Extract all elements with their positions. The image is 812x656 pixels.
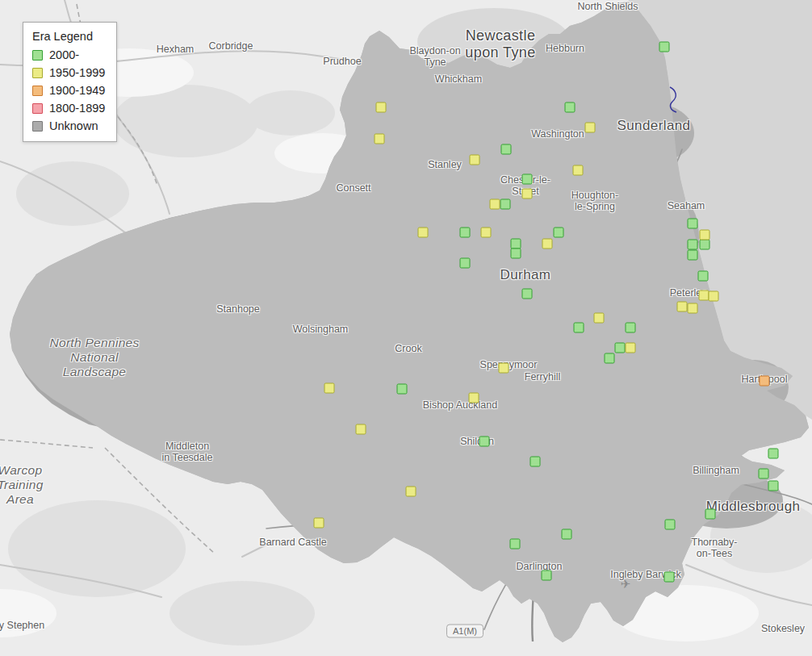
- site-marker-era2000[interactable]: [522, 289, 533, 299]
- site-marker-era2000[interactable]: [759, 469, 769, 479]
- site-marker-era2000[interactable]: [479, 437, 490, 447]
- site-marker-era2000[interactable]: [460, 228, 471, 238]
- site-marker-era1950[interactable]: [688, 303, 698, 314]
- site-marker-era1950[interactable]: [499, 363, 509, 374]
- map-canvas[interactable]: North ShieldsNewcastle upon TyneHexhamCo…: [0, 0, 812, 656]
- legend-label: 1900-1949: [49, 84, 105, 97]
- site-marker-era2000[interactable]: [615, 343, 626, 353]
- site-marker-era2000[interactable]: [688, 219, 698, 229]
- legend-item-era1900: 1900-1949: [32, 84, 105, 97]
- site-marker-era1900[interactable]: [760, 376, 770, 386]
- site-marker-era1950[interactable]: [677, 302, 688, 312]
- site-marker-era2000[interactable]: [500, 199, 511, 210]
- base-map-tiles: [0, 0, 812, 656]
- site-marker-era2000[interactable]: [705, 509, 716, 520]
- site-marker-era2000[interactable]: [501, 144, 512, 155]
- site-marker-era2000[interactable]: [768, 481, 779, 491]
- site-marker-era1950[interactable]: [490, 199, 500, 210]
- era1900-swatch-icon: [32, 86, 43, 96]
- legend-title: Era Legend: [32, 30, 105, 43]
- site-marker-era2000[interactable]: [530, 457, 541, 467]
- legend-item-era1800: 1800-1899: [32, 102, 105, 115]
- site-marker-era2000[interactable]: [605, 353, 615, 364]
- era1800-swatch-icon: [32, 103, 43, 114]
- legend-items: 2000-1950-19991900-19491800-1899Unknown: [32, 48, 105, 132]
- site-marker-era2000[interactable]: [562, 529, 572, 540]
- legend-label: 1950-1999: [49, 66, 105, 79]
- site-marker-era2000[interactable]: [698, 271, 709, 282]
- site-marker-era2000[interactable]: [510, 539, 521, 549]
- site-marker-era2000[interactable]: [659, 42, 670, 52]
- site-marker-era1950[interactable]: [700, 230, 710, 240]
- site-marker-era1950[interactable]: [314, 518, 324, 529]
- site-marker-era2000[interactable]: [574, 323, 584, 333]
- unknown-swatch-icon: [32, 121, 43, 132]
- era2000-swatch-icon: [32, 50, 43, 61]
- site-marker-era2000[interactable]: [664, 572, 675, 583]
- site-marker-era1950[interactable]: [375, 134, 385, 144]
- site-marker-era1950[interactable]: [573, 165, 584, 176]
- legend-item-era1950: 1950-1999: [32, 66, 105, 79]
- site-marker-era1950[interactable]: [469, 393, 479, 403]
- legend-label: Unknown: [49, 119, 98, 132]
- era1950-swatch-icon: [32, 68, 43, 78]
- site-marker-era1950[interactable]: [522, 189, 533, 199]
- site-marker-era2000[interactable]: [565, 102, 576, 113]
- site-marker-era2000[interactable]: [522, 174, 533, 185]
- site-marker-era1950[interactable]: [406, 487, 416, 497]
- site-marker-era2000[interactable]: [700, 240, 710, 250]
- site-marker-era1950[interactable]: [542, 239, 553, 249]
- site-marker-era2000[interactable]: [460, 258, 471, 269]
- site-marker-era1950[interactable]: [585, 123, 596, 133]
- site-marker-era2000[interactable]: [626, 323, 636, 333]
- legend-label: 2000-: [49, 48, 79, 61]
- site-marker-era1950[interactable]: [481, 228, 492, 238]
- road-badge-a1m: A1(M): [446, 625, 483, 638]
- site-marker-era2000[interactable]: [511, 249, 521, 259]
- legend-item-unknown: Unknown: [32, 119, 105, 132]
- site-marker-era1950[interactable]: [594, 313, 605, 324]
- site-marker-era1950[interactable]: [626, 343, 636, 353]
- site-marker-era2000[interactable]: [768, 449, 779, 459]
- site-marker-era2000[interactable]: [665, 520, 676, 530]
- site-marker-era1950[interactable]: [324, 383, 335, 394]
- legend-label: 1800-1899: [49, 102, 105, 115]
- site-marker-era1950[interactable]: [470, 155, 480, 165]
- era-legend: Era Legend 2000-1950-19991900-19491800-1…: [23, 22, 117, 142]
- site-marker-era1950[interactable]: [376, 102, 387, 113]
- site-marker-era2000[interactable]: [688, 250, 698, 261]
- site-marker-era1950[interactable]: [709, 291, 719, 302]
- site-marker-era1950[interactable]: [418, 228, 429, 238]
- site-marker-era2000[interactable]: [554, 228, 564, 238]
- site-marker-era2000[interactable]: [397, 384, 408, 395]
- site-marker-era2000[interactable]: [688, 240, 698, 250]
- site-marker-era1950[interactable]: [356, 424, 366, 435]
- site-marker-era2000[interactable]: [542, 570, 552, 581]
- legend-item-era2000: 2000-: [32, 48, 105, 61]
